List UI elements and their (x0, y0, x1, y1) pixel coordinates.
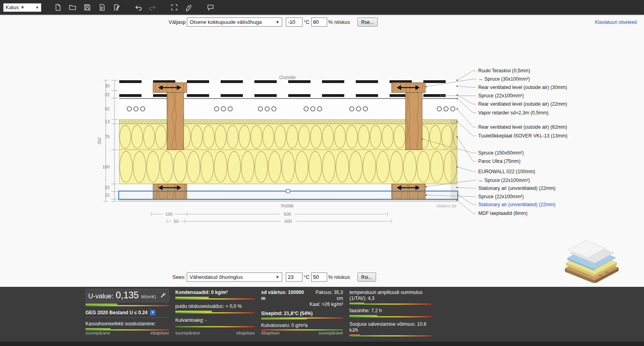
sd-thickness-row: sd väärtus: 100000 m Paksus: 35,3 cm Kaa… (261, 290, 343, 307)
inside-temp-unit: °C (304, 274, 310, 280)
heat-storage-label: Soojuse salvestamise võimsus: 10.8 kJ/h (349, 321, 431, 333)
inside-humidity-unit: % niiskus (328, 274, 350, 280)
bottom-dimension-lines (151, 212, 392, 223)
heat-storage-gauge (349, 334, 431, 336)
inside-circulation-value: Vähendatud õhuringlus (190, 274, 243, 280)
phase-shift-gauge (349, 315, 431, 317)
scale-labels: suurepärane ebapiisav (175, 331, 255, 336)
layer-label[interactable]: EUROWALL 022 (100mm) (478, 169, 535, 174)
svg-text:75: 75 (105, 134, 110, 139)
results-col-thermal: temperatuuri amplituudi summutus (1/TAV)… (349, 289, 431, 336)
layer-label[interactable]: Rear ventilated level (outside air) (30m… (478, 85, 567, 90)
left-dimension-lines (104, 80, 118, 201)
left-dimension-values: 30 22 62 13 75 100 22 22 (103, 83, 110, 197)
save-icon[interactable] (82, 2, 92, 13)
component-select[interactable]: Katus ☀ ▼ (3, 3, 41, 12)
layer-label[interactable]: Spruce (150x50mm²) (478, 150, 524, 156)
tav-label: temperatuuri amplituudi summutus (1/TAV)… (349, 290, 431, 302)
outside-conditions-bar: Väljasp Otsene kokkupuude välisõhuga ▼ °… (167, 17, 378, 27)
inner-surface-gauge (261, 318, 343, 319)
layer-label[interactable]: Spruce (22x100mm²) (478, 93, 524, 99)
export-pdf-icon[interactable] (97, 2, 107, 13)
outside-contact-value: Otsene kokkupuude välisõhuga (190, 19, 262, 25)
layer-label[interactable]: Paroc Ultra (75mm) (478, 159, 520, 164)
pipette-icon[interactable] (184, 2, 194, 13)
svg-text:22: 22 (105, 185, 110, 190)
svg-text:100: 100 (165, 212, 173, 216)
inside-circulation-select[interactable]: Vähendatud õhuringlus ▼ (187, 273, 282, 282)
outside-humidity-unit: % niiskus (328, 19, 350, 25)
inside-temperature-input[interactable] (286, 273, 303, 282)
svg-text:600: 600 (285, 219, 292, 224)
rsi-button[interactable]: Rsi... (357, 273, 376, 282)
svg-text:22: 22 (105, 193, 110, 197)
results-col-surface: sd väärtus: 100000 m Paksus: 35,3 cm Kaa… (261, 289, 343, 336)
layer-label[interactable]: MDF laeplaadid (6mm) (478, 211, 528, 216)
chevron-down-icon: ▼ (275, 20, 279, 24)
comment-icon[interactable] (205, 2, 215, 13)
construction-cross-section: Outside (95, 60, 580, 230)
layer-label[interactable]: ↔ Spruce (22x100mm²) (478, 178, 530, 183)
new-document-icon[interactable] (52, 2, 63, 13)
scale-labels: suurepärane ebapiisav (85, 331, 169, 336)
inside-conditions-bar: Sees: Vähendatud õhuringlus ▼ °C % niisk… (167, 273, 376, 282)
inner-surface-label: Sisepind: 21,8°C (54%) (261, 311, 343, 317)
wood-moisture-label: puidu niiskusesisaldus: + 0,0 % (175, 303, 255, 309)
geg-dropdown-icon[interactable]: ▼ (150, 310, 155, 315)
layer-label[interactable]: Vapor retarder sd=2,3m (0,5mm) (478, 110, 549, 116)
condensate-gauge (175, 297, 255, 300)
u-value-unit: W/(m²K) (141, 295, 156, 299)
condensate-label: Kondensaadid: 0 kg/m² (175, 290, 255, 296)
outside-temperature-input[interactable] (286, 17, 303, 27)
u-value-number: 0,135 (116, 290, 139, 301)
redo-icon[interactable] (147, 2, 158, 13)
u-value-label: U-value: (88, 292, 113, 300)
fit-view-icon[interactable] (169, 2, 179, 13)
outside-temp-unit: °C (304, 19, 310, 25)
layer-label[interactable]: Tuuletõkkeplaat ISOVER VKL-13 (13mm) (478, 133, 567, 139)
undo-icon[interactable] (133, 2, 143, 13)
layer-label-selected[interactable]: Stationary air (unventilated) (22mm) (478, 202, 555, 207)
svg-text:62: 62 (105, 106, 110, 111)
svg-text:50: 50 (174, 219, 178, 224)
svg-text:13: 13 (105, 119, 110, 124)
outside-label: Väljasp (167, 19, 186, 25)
inside-humidity-input[interactable] (311, 273, 327, 282)
results-col-uvalue: U-value: 0,135 W/(m²K) GEG 2020 Bestand … (85, 289, 169, 336)
thickness-label: Paksus: 35,3 cm (316, 290, 343, 301)
outside-humidity-input[interactable] (311, 17, 327, 27)
bottom-dimension-values: 100 600 50 600 (163, 211, 295, 224)
geg-requirement-row: GEG 2020 Bestand U ≤ 0.24 ▼ (85, 310, 169, 318)
drying-reserve-gauge (261, 330, 343, 331)
layer-label[interactable]: Rear ventilated level (outside air) (62m… (478, 124, 567, 130)
svg-text:100: 100 (103, 164, 110, 169)
keyboard-shortcuts-link[interactable]: Klaviatuuri otseteed (595, 19, 637, 25)
outside-contact-select[interactable]: Otsene kokkupuude välisõhuga ▼ (187, 17, 282, 27)
greenhouse-gauge (85, 328, 169, 331)
svg-text:22: 22 (105, 92, 110, 97)
layer-label[interactable]: Spruce (22x100mm²) (478, 194, 524, 199)
rse-button[interactable]: Rse... (357, 17, 378, 27)
u-value-box: U-value: 0,135 W/(m²K) (85, 289, 169, 302)
main-toolbar: Katus ☀ ▼ (0, 0, 644, 15)
chevron-down-icon: ▼ (275, 275, 279, 279)
layer-label[interactable]: Stationary air (unventilated) (22mm) (478, 186, 555, 191)
total-thickness-label: 353 (97, 137, 102, 144)
svg-text:600: 600 (284, 212, 291, 216)
annotate-icon[interactable] (111, 2, 122, 13)
layer-label[interactable]: Ruuki Teraskivi (0,5mm) (478, 68, 530, 73)
weight-label: Kaal: >26 kg/m² (310, 302, 343, 307)
outside-side-label: Outside (279, 75, 296, 80)
layer-eurowall[interactable] (119, 150, 457, 184)
wood-moisture-gauge (175, 311, 255, 313)
wrench-icon[interactable] (160, 292, 166, 300)
drying-reserve-label: Kuivatusvaru: 0 g/m²a (261, 323, 343, 329)
chevron-down-icon: ▼ (35, 6, 39, 10)
layer-label[interactable]: ↔ Spruce (30x100mm²) (478, 76, 530, 82)
open-folder-icon[interactable] (67, 2, 78, 13)
selected-layer-handle[interactable] (286, 189, 290, 193)
construction-3d-preview[interactable] (555, 232, 625, 283)
inside-side-label: Inside (281, 203, 294, 209)
geg-requirement-label: GEG 2020 Bestand U ≤ 0.24 (85, 310, 147, 315)
layer-label[interactable]: Rear ventilated level (outside air) (22m… (478, 101, 567, 107)
